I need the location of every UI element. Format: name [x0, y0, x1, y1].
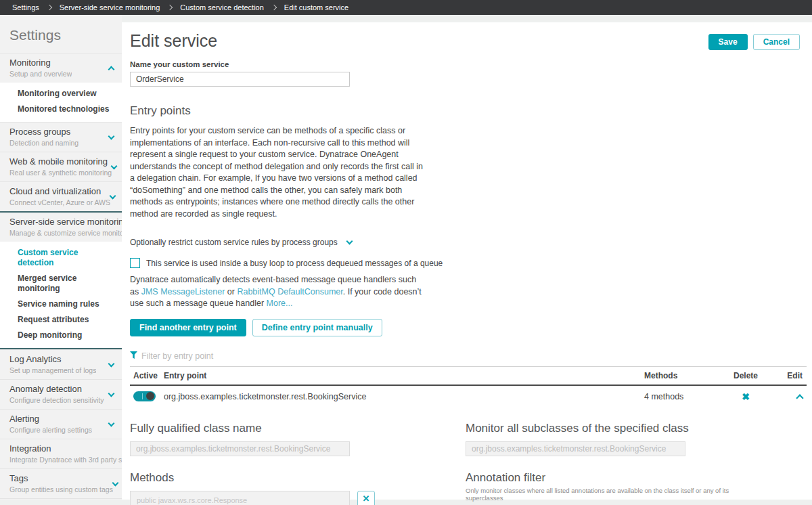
restrict-by-process-groups-toggle[interactable]: Optionally restrict custom service rules…: [130, 238, 807, 247]
sidebar-section-integration[interactable]: Integration Integrate Dynatrace with 3rd…: [0, 439, 122, 468]
edit-service-panel: Edit service Save Cancel Name your custo…: [122, 22, 812, 500]
restrict-label: Optionally restrict custom service rules…: [130, 238, 338, 247]
section-subtitle: Setup and overview: [9, 70, 72, 79]
more-link[interactable]: More...: [267, 299, 293, 308]
subclasses-heading: Monitor all subclasses of the specified …: [466, 422, 807, 435]
chevron-down-icon: [108, 133, 115, 139]
section-title: Tags: [9, 473, 113, 484]
column-header-delete: Delete: [725, 371, 766, 380]
section-subtitle: Detection and naming: [9, 139, 78, 148]
sidebar-item-monitoring-overview[interactable]: Monitoring overview: [0, 86, 122, 102]
column-header-active: Active: [130, 371, 164, 380]
sidebar-item-service-naming-rules[interactable]: Service naming rules: [0, 297, 122, 312]
breadcrumb-item-settings[interactable]: Settings: [8, 3, 43, 12]
chevron-down-icon: [108, 420, 115, 426]
entry-points-heading: Entry points: [130, 104, 807, 118]
annotation-filter-heading: Annotation filter: [466, 471, 807, 485]
queue-text-mid: or: [225, 287, 237, 297]
cancel-button[interactable]: Cancel: [753, 34, 800, 50]
breadcrumb-item-server-side[interactable]: Server-side service monitoring: [55, 3, 164, 12]
settings-sidebar: Settings Monitoring Setup and overview M…: [0, 15, 122, 500]
subclasses-input: [466, 441, 685, 456]
sidebar-section-alerting[interactable]: Alerting Configure alerting settings: [0, 409, 122, 439]
entry-point-filter-input[interactable]: [141, 351, 358, 361]
section-subtitle: Manage & customize service monitoring: [9, 229, 135, 238]
sidebar-item-monitored-technologies[interactable]: Monitored technologies: [0, 102, 122, 117]
collapse-edit-icon[interactable]: [796, 394, 803, 401]
delete-icon[interactable]: ✖: [742, 391, 750, 402]
section-subtitle: Connect vCenter, Azure or AWS: [9, 198, 110, 207]
entry-points-table: Active Entry point Methods Delete Edit o…: [130, 366, 807, 408]
section-subtitle: Group entities using custom tags: [9, 485, 113, 494]
chevron-down-icon: [108, 390, 115, 397]
section-subtitle: Configure detection sensitivity: [9, 396, 104, 405]
service-name-label: Name your custom service: [130, 60, 807, 68]
service-name-input[interactable]: [130, 72, 350, 87]
section-title: Cloud and virtualization: [9, 186, 110, 197]
annotation-filter-hint: Only monitor classes where all listed an…: [466, 487, 757, 502]
method-signature-box: public javax.ws.rs.core.Response createB…: [130, 491, 350, 505]
section-title: Monitoring: [9, 58, 72, 68]
sidebar-section-monitoring: Monitoring Setup and overview Monitoring…: [0, 53, 122, 122]
filter-icon: [130, 351, 137, 359]
chevron-down-icon: [112, 479, 118, 486]
sidebar-item-request-attributes[interactable]: Request attributes: [0, 312, 122, 328]
remove-method-button[interactable]: ✕: [357, 491, 375, 505]
breadcrumb-separator-icon: [47, 5, 52, 10]
sidebar-item-merged-service-monitoring[interactable]: Merged service monitoring: [0, 271, 122, 297]
section-subtitle: Set up management of logs: [9, 366, 96, 375]
entry-points-description: Entry points for your custom service can…: [130, 125, 424, 220]
column-header-methods: Methods: [644, 371, 725, 380]
sidebar-section-tags[interactable]: Tags Group entities using custom tags: [0, 468, 122, 498]
sidebar-section-web-mobile[interactable]: Web & mobile monitoring Real user & synt…: [0, 152, 122, 181]
sidebar-section-server-side: Server-side service monitoring Manage & …: [0, 211, 122, 349]
busy-loop-checkbox[interactable]: [130, 258, 140, 268]
breadcrumb-separator-icon: [167, 5, 173, 10]
breadcrumb: Settings Server-side service monitoring …: [0, 0, 812, 15]
fqcn-heading: Fully qualified class name: [130, 422, 466, 435]
methods-count: 4 methods: [644, 392, 725, 401]
section-title: Anomaly detection: [9, 384, 104, 395]
column-header-entry-point: Entry point: [164, 371, 644, 380]
jms-messagelistener-link[interactable]: JMS MessageListener: [141, 287, 225, 297]
sidebar-section-monitoring-header[interactable]: Monitoring Setup and overview: [0, 53, 122, 83]
chevron-down-icon: [346, 238, 353, 244]
queue-handler-text: Dynatrace automatically detects event-ba…: [130, 274, 424, 310]
editor-right-column: Monitor all subclasses of the specified …: [466, 411, 807, 505]
page-title: Edit service: [130, 31, 217, 51]
define-entry-point-button[interactable]: Define entry point manually: [252, 319, 382, 336]
breadcrumb-item-edit-custom-service[interactable]: Edit custom service: [280, 3, 353, 12]
sidebar-section-process-groups[interactable]: Process groups Detection and naming: [0, 122, 122, 152]
sidebar-section-cloud[interactable]: Cloud and virtualization Connect vCenter…: [0, 181, 122, 211]
sidebar-section-server-side-header[interactable]: Server-side service monitoring Manage & …: [0, 213, 122, 242]
breadcrumb-item-custom-service-detection[interactable]: Custom service detection: [176, 3, 268, 12]
busy-loop-label: This service is used inside a busy loop …: [146, 259, 443, 268]
entry-point-editor: Fully qualified class name Methods publi…: [130, 411, 807, 505]
section-title: Alerting: [9, 414, 92, 424]
chevron-up-icon: [108, 66, 115, 73]
fqcn-input: [130, 441, 350, 456]
section-title: Web & mobile monitoring: [9, 156, 112, 167]
editor-left-column: Fully qualified class name Methods publi…: [130, 411, 466, 505]
save-button[interactable]: Save: [708, 34, 748, 50]
active-toggle[interactable]: [133, 391, 156, 401]
section-title: Log Analytics: [9, 354, 96, 365]
rabbitmq-defaultconsumer-link[interactable]: RabbitMQ DefaultConsumer: [237, 287, 342, 297]
sidebar-section-maintenance[interactable]: Maintenance Configure maintenance time f…: [0, 498, 122, 505]
sidebar-title: Settings: [0, 15, 122, 53]
sidebar-item-custom-service-detection[interactable]: Custom service detection: [0, 245, 122, 271]
entry-point-value: org.jboss.examples.ticketmonster.rest.Bo…: [164, 392, 644, 401]
column-header-edit: Edit: [766, 371, 807, 380]
methods-heading: Methods: [130, 471, 466, 485]
section-subtitle: Real user & synthetic monitoring: [9, 169, 112, 177]
sidebar-item-deep-monitoring[interactable]: Deep monitoring: [0, 328, 122, 343]
table-row: org.jboss.examples.ticketmonster.rest.Bo…: [130, 386, 807, 408]
chevron-down-icon: [111, 162, 118, 169]
sidebar-section-anomaly-detection[interactable]: Anomaly detection Configure detection se…: [0, 379, 122, 409]
chevron-down-icon: [108, 360, 115, 367]
chevron-down-icon: [110, 192, 116, 199]
section-title: Server-side service monitoring: [9, 217, 135, 227]
find-entry-point-button[interactable]: Find another entry point: [130, 319, 246, 336]
sidebar-section-log-analytics[interactable]: Log Analytics Set up management of logs: [0, 349, 122, 379]
breadcrumb-separator-icon: [271, 5, 277, 10]
